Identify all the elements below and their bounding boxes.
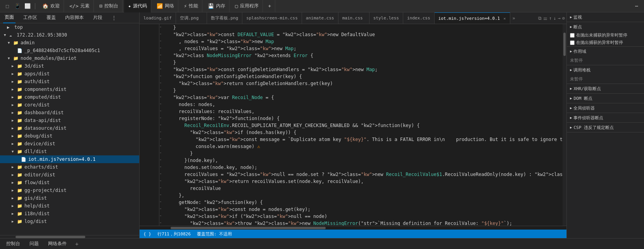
watch-header[interactable]: ▶ 监视 xyxy=(567,12,644,22)
bottom-tab-problems[interactable]: 问题 xyxy=(26,239,42,249)
tree-gg-project[interactable]: ▶ 📁 gg-project/dist xyxy=(0,186,139,194)
callstack-header[interactable]: ▶ 调用堆栈 xyxy=(567,65,644,75)
exception-checkbox-2[interactable] xyxy=(570,40,575,45)
tab-application[interactable]: ▢ 应用程序 xyxy=(231,0,263,12)
tab-close-icon[interactable]: ⊘ xyxy=(562,16,565,21)
tree-admin[interactable]: ▼ 📁 admin xyxy=(0,39,139,47)
tree-root[interactable]: ▶ top xyxy=(0,23,139,31)
tree-data-api[interactable]: ▶ 📁 data-api/dist xyxy=(0,117,139,124)
tree-apps[interactable]: ▶ 📁 apps/dist xyxy=(0,70,139,78)
nav-workspace[interactable]: 工作区 xyxy=(22,12,39,23)
tab-memory[interactable]: 💾 内存 xyxy=(204,0,230,12)
tree-3d[interactable]: ▶ 📁 3d/dist xyxy=(0,62,139,70)
tab-down-icon[interactable]: ↓ xyxy=(553,16,556,21)
nav-snippets[interactable]: 片段 xyxy=(92,12,104,23)
elements-icon: </> xyxy=(69,3,78,9)
tab-split-icon[interactable]: ⧉ xyxy=(538,16,542,21)
inspect-icon[interactable]: ⬚ xyxy=(3,2,12,10)
exception-checkbox-1[interactable] xyxy=(570,33,575,38)
file-tab-digital[interactable]: 数字看板.png xyxy=(207,12,243,24)
editor-folder-icon: 📁 xyxy=(17,172,23,178)
code-scrollbar-h-thumb[interactable] xyxy=(171,227,326,229)
file-tab-loading[interactable]: loading.gif xyxy=(140,12,176,24)
top-toolbar: ⬚ 📱 ⬜ 🏠 欢迎 </> 元素 ⊟ 控制台 ✦ 源代码 📶 网络 ⚡ 性能 … xyxy=(0,0,644,12)
tab-elements[interactable]: </> 元素 xyxy=(66,0,94,12)
tab-layout-icon[interactable]: ⚌ xyxy=(543,16,547,21)
tree-help[interactable]: ▶ 📁 help/dist xyxy=(0,202,139,210)
line-content-28: "kw2">class="kw">throw "kw2">class="kw">… xyxy=(162,220,563,226)
tree-debug[interactable]: ▶ 📁 debug/dist xyxy=(0,132,139,140)
tree-scrollbar-h[interactable] xyxy=(0,235,139,238)
file-tab-main[interactable]: main.css xyxy=(338,12,369,24)
editor-scrollbar-v[interactable] xyxy=(563,24,566,226)
square-icon[interactable]: ⬜ xyxy=(23,2,32,10)
scope-header[interactable]: ▶ 作用域 xyxy=(567,47,644,56)
tree-computed[interactable]: ▶ 📁 computed/dist xyxy=(0,93,139,101)
more-button[interactable]: ⋯ xyxy=(632,2,641,10)
tree-components[interactable]: ▶ 📁 components/dist xyxy=(0,85,139,93)
line-minus-5: - xyxy=(159,59,162,66)
tree-iot-file[interactable]: 📄 iot.min.js?version=4.0.1 xyxy=(0,155,139,163)
tab-sources[interactable]: ✦ 源代码 xyxy=(124,0,151,12)
nav-more-icon[interactable]: ⋮ xyxy=(112,15,116,21)
file-tab-aircon[interactable]: 空调.png xyxy=(176,12,207,24)
csp-arrow-icon: ▶ xyxy=(570,125,572,129)
computed-folder-icon: 📁 xyxy=(17,95,23,100)
code-line-7: - "kw2">function getConfigDeletionHandle… xyxy=(140,73,563,80)
nav-contentscript[interactable]: 内容脚本 xyxy=(64,12,85,23)
xhr-header[interactable]: ▶ XHR/获取断点 xyxy=(567,84,644,93)
tree-echarts[interactable]: ▶ 📁 echarts/dist xyxy=(0,163,139,171)
file-tab-animate[interactable]: animate.css xyxy=(302,12,338,24)
line-number-23 xyxy=(140,185,159,192)
device-icon[interactable]: 📱 xyxy=(13,2,22,10)
tree-dashboard[interactable]: ▶ 📁 dashboard/dist xyxy=(0,109,139,117)
tree-p-file[interactable]: 📄 _p_6488246bd7c5cfb28a4405c1 xyxy=(0,47,139,54)
line-minus-4: - xyxy=(159,52,162,59)
file-tabs-overflow-btn[interactable]: » xyxy=(510,16,518,21)
tree-auth[interactable]: ▶ 📁 auth/dist xyxy=(0,78,139,85)
tab-up-icon[interactable]: ↑ xyxy=(549,16,552,21)
tab-performance[interactable]: ⚡ 性能 xyxy=(180,0,202,12)
tab-console[interactable]: ⊟ 控制台 xyxy=(95,0,123,12)
nav-override[interactable]: 覆盖 xyxy=(45,12,57,23)
event-listener-header[interactable]: ▶ 事件侦听器断点 xyxy=(567,113,644,122)
add-tab-button[interactable]: + xyxy=(264,0,275,12)
scope-label: 作用域 xyxy=(573,49,586,54)
file-tab-index[interactable]: index.css xyxy=(403,12,435,24)
code-scroll[interactable]: - }- "kw2">class="kw">const DEFAULT_VALU… xyxy=(140,24,563,226)
tree-log[interactable]: ▶ 📁 log/dist xyxy=(0,218,139,225)
tab-right-icon[interactable]: → xyxy=(558,16,561,21)
event-listener-label: 事件侦听器断点 xyxy=(573,115,603,121)
nav-page[interactable]: 页面 xyxy=(3,12,16,23)
bottom-tab-console[interactable]: 控制台 xyxy=(3,239,23,249)
file-tab-close-icon[interactable]: ✕ xyxy=(503,16,506,21)
tree-i18n[interactable]: ▶ 📁 i18n/dist xyxy=(0,210,139,218)
file-tab-iot[interactable]: iot.min.js?version=4.0.1 ✕ xyxy=(435,12,510,24)
file-tab-style[interactable]: style.less xyxy=(369,12,403,24)
tree-gis[interactable]: ▶ 📁 gis/dist xyxy=(0,194,139,202)
bottom-tab-network-conditions[interactable]: 网络条件 xyxy=(45,239,70,249)
tree-datasource[interactable]: ▶ 📁 datasource/dist xyxy=(0,124,139,132)
listener-header[interactable]: ▶ 全局侦听器 xyxy=(567,103,644,113)
line-minus-19: - xyxy=(159,157,162,164)
code-line-8: - "kw2">class="kw">return configDeletion… xyxy=(140,80,563,87)
tree-core[interactable]: ▶ 📁 core/dist xyxy=(0,101,139,109)
tab-welcome[interactable]: 🏠 欢迎 xyxy=(38,0,64,12)
file-tab-splash[interactable]: splashscreen-min.css xyxy=(242,12,302,24)
dom-header[interactable]: ▶ DOM 断点 xyxy=(567,94,644,103)
add-panel-button[interactable]: + xyxy=(73,241,81,247)
tree-dll[interactable]: ▼ 📁 dll/dist xyxy=(0,148,139,155)
breakpoints-header[interactable]: ▶ 断点 xyxy=(567,22,644,31)
tree-editor[interactable]: ▶ 📁 editor/dist xyxy=(0,171,139,179)
code-scrollbar-h[interactable] xyxy=(140,226,566,230)
tab-network[interactable]: 📶 网络 xyxy=(153,0,178,12)
tree-device[interactable]: ▶ 📁 device/dist xyxy=(0,140,139,148)
tree-flow[interactable]: ▶ 📁 flow/dist xyxy=(0,179,139,186)
line-minus-22: - xyxy=(159,178,162,185)
secondary-nav: 页面 工作区 覆盖 内容脚本 片段 ⋮ xyxy=(0,12,139,23)
csp-header[interactable]: ▶ CSP 违反了规定断点 xyxy=(567,123,644,132)
tree-server[interactable]: ▼ ☁ 172.22.162.95:3030 xyxy=(0,31,139,39)
scrollbar-thumb-v[interactable] xyxy=(563,33,566,56)
file-tree-scroll[interactable]: ▶ top ▼ ☁ 172.22.162.95:3030 ▼ 📁 admin xyxy=(0,23,139,235)
tree-node-modules[interactable]: ▼ 📁 node_modules/@airiot xyxy=(0,54,139,62)
